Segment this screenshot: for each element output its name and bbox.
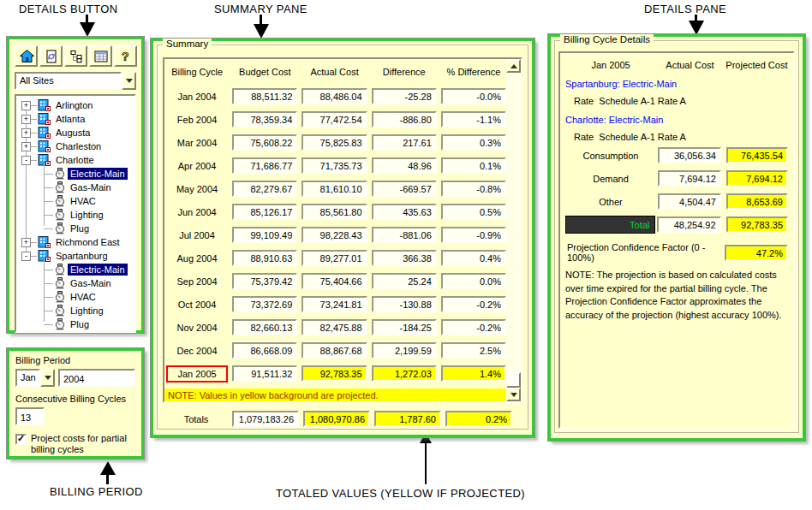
month-dropdown-button[interactable] xyxy=(40,369,55,387)
billing-cycle-cell[interactable]: May 2004 xyxy=(166,181,228,198)
tree-connector xyxy=(44,174,53,175)
toolbar-button-home[interactable] xyxy=(15,45,38,67)
billing-cycle-cell[interactable]: Apr 2004 xyxy=(166,157,228,175)
projected-cost-cell: 8,653.69 xyxy=(726,193,788,210)
tree-site-row[interactable]: +Charleston xyxy=(16,139,134,153)
site-filter-value[interactable]: All Sites xyxy=(15,72,122,90)
billing-cycle-cell[interactable]: Feb 2004 xyxy=(166,111,228,128)
expand-icon[interactable]: + xyxy=(21,238,31,247)
billing-cycle-cell[interactable]: Mar 2004 xyxy=(166,134,228,151)
billing-cycle-cell[interactable]: Jan 2004 xyxy=(166,88,228,105)
summary-value-cell: 82,660.13 xyxy=(232,319,297,335)
summary-value-cell: -184.25 xyxy=(372,319,437,335)
billing-cycle-cell[interactable]: Dec 2004 xyxy=(166,342,228,359)
site-filter-dropdown-button[interactable] xyxy=(122,72,136,90)
tree-site-row[interactable]: -Charlotte xyxy=(16,153,134,167)
scrollbar-thumb[interactable] xyxy=(506,372,521,388)
month-combobox[interactable]: Jan xyxy=(15,369,55,387)
meter-name-link[interactable]: Spartanburg: Electric-Main xyxy=(565,79,788,89)
site-filter-combobox[interactable]: All Sites xyxy=(15,72,136,90)
meter-icon xyxy=(54,209,66,221)
expand-icon[interactable]: + xyxy=(21,115,31,124)
collapse-icon[interactable]: - xyxy=(21,156,31,165)
building-icon xyxy=(38,113,51,125)
column-header: Budget Cost xyxy=(232,67,297,77)
expand-icon[interactable]: + xyxy=(21,142,31,151)
summary-row: Sep 200475,379.4275,404.6625.240.0% xyxy=(164,270,506,293)
tree-site-row[interactable]: +Augusta xyxy=(16,126,134,139)
expand-icon[interactable]: + xyxy=(21,128,31,138)
meter-icon xyxy=(54,305,66,317)
scroll-up-button[interactable] xyxy=(506,59,521,73)
toolbar-button-refresh-report[interactable] xyxy=(39,45,63,67)
tree-meter-row[interactable]: Lighting xyxy=(16,208,134,222)
scroll-down-button[interactable] xyxy=(506,388,521,401)
collapse-icon[interactable]: - xyxy=(21,252,31,261)
billing-cycle-cell[interactable]: Nov 2004 xyxy=(166,319,228,336)
tree-connector xyxy=(31,242,37,243)
billing-cycle-cell[interactable]: Sep 2004 xyxy=(166,273,228,290)
billing-cycle-cell[interactable]: Jul 2004 xyxy=(166,227,228,244)
summary-value-cell: 99,109.49 xyxy=(232,227,297,243)
tree-connector xyxy=(44,311,53,311)
tree-site-row[interactable]: +Richmond East xyxy=(16,235,134,249)
chevron-down-icon xyxy=(126,79,133,83)
building-icon xyxy=(38,154,51,166)
billing-cycle-cell[interactable]: Jun 2004 xyxy=(166,204,228,221)
tree-site-row[interactable]: +Arlington xyxy=(16,98,134,112)
details-cost-row: Consumption36,056.3476,435.54 xyxy=(565,145,788,165)
toolbar-button-help[interactable]: ? xyxy=(114,45,137,67)
meter-name-link[interactable]: Charlotte: Electric-Main xyxy=(565,115,788,125)
summary-value-cell: 82,475.88 xyxy=(302,319,367,335)
totals-actual-cell: 1,080,970.86 xyxy=(303,411,370,427)
summary-value-cell: 0.0% xyxy=(441,273,506,289)
summary-value-cell: 48.96 xyxy=(372,157,437,174)
tree-connector xyxy=(31,160,37,161)
toolbar-button-details-table[interactable] xyxy=(89,45,112,67)
year-field[interactable] xyxy=(58,369,135,387)
tree-connector xyxy=(31,256,37,257)
tree-meter-row[interactable]: Gas-Main xyxy=(16,276,134,290)
project-costs-checkbox[interactable]: ✓ xyxy=(15,434,27,445)
tree-meter-row[interactable]: Electric-Main xyxy=(16,263,134,276)
billing-cycle-cell[interactable]: Aug 2004 xyxy=(166,250,228,267)
tree-meter-row[interactable]: Plug xyxy=(16,317,134,331)
billing-cycle-cell[interactable]: Oct 2004 xyxy=(166,296,228,313)
toolbar-button-tree-view[interactable] xyxy=(64,45,87,67)
scrollbar-track[interactable] xyxy=(506,73,521,388)
tree-view-icon xyxy=(69,50,83,63)
summary-row: Mar 200475,608.2275,825.83217.610.3% xyxy=(164,131,506,154)
summary-value-cell: 1,272.03 xyxy=(372,365,437,382)
building-icon xyxy=(38,127,51,139)
tree-site-label: Richmond East xyxy=(53,236,122,248)
tree-site-row[interactable]: -Spartanburg xyxy=(16,249,134,263)
tree-meter-row[interactable]: Plug xyxy=(16,222,134,235)
billing-cycle-cell[interactable]: Jan 2005 xyxy=(166,365,228,382)
tree-children: Electric-MainGas-MainHVACLightingPlug xyxy=(16,263,134,331)
summary-value-cell: 0.5% xyxy=(441,204,506,220)
tree-meter-row[interactable]: HVAC xyxy=(16,194,134,208)
meter-icon xyxy=(54,195,66,207)
tree-site-row[interactable]: +Atlanta xyxy=(16,112,134,126)
summary-row: Feb 200478,359.3477,472.54-886.80-1.1% xyxy=(164,108,506,131)
summary-scrollbar[interactable] xyxy=(506,59,521,401)
meter-icon xyxy=(54,181,66,193)
cost-category-label: Other xyxy=(565,197,656,207)
tree-connector xyxy=(44,283,53,284)
tree-site-label: Charleston xyxy=(53,140,104,152)
triangle-up-icon xyxy=(510,64,517,68)
summary-value-cell: -0.2% xyxy=(441,319,506,335)
summary-value-cell: 89,277.01 xyxy=(302,250,367,266)
project-costs-label: Project costs for partial billing cycles xyxy=(31,433,135,455)
actual-cost-cell: 4,504.47 xyxy=(658,193,721,210)
summary-value-cell: 77,472.54 xyxy=(302,111,367,128)
cycles-field[interactable] xyxy=(15,407,45,425)
tree-meter-row[interactable]: Electric-Main xyxy=(16,167,134,181)
month-value[interactable]: Jan xyxy=(15,369,40,387)
tree-meter-row[interactable]: HVAC xyxy=(16,290,134,304)
expand-icon[interactable]: + xyxy=(21,101,31,110)
confidence-value-cell: 47.2% xyxy=(725,245,788,261)
tree-meter-row[interactable]: Lighting xyxy=(16,304,134,317)
tree-meter-row[interactable]: Gas-Main xyxy=(16,181,134,194)
summary-value-cell: 75,404.66 xyxy=(302,273,367,289)
